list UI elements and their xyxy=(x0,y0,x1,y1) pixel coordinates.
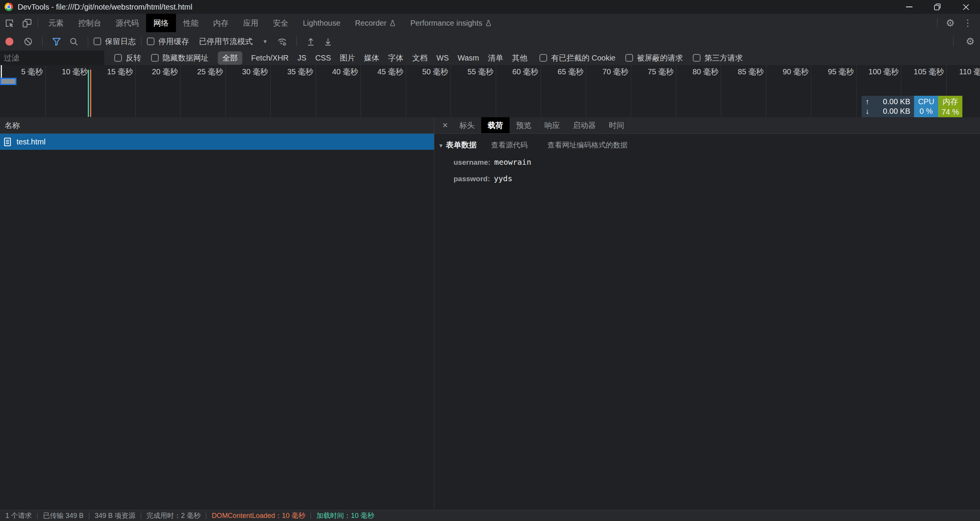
request-row[interactable]: test.html xyxy=(0,134,434,150)
window-titlebar: DevTools - file:///D:/git/note/webstrom/… xyxy=(0,0,980,14)
filter-funnel-icon[interactable] xyxy=(52,37,61,46)
divider xyxy=(953,36,954,46)
tab-network[interactable]: 网络 xyxy=(146,14,176,32)
detail-tab-preview[interactable]: 预览 xyxy=(510,117,538,133)
detail-tab-initiator[interactable]: 启动器 xyxy=(566,117,602,133)
filter-type--[interactable]: 图片 xyxy=(340,53,355,63)
form-data-section-title[interactable]: 表单数据 xyxy=(446,140,477,150)
minimize-icon xyxy=(906,7,913,7)
tab-label: 网络 xyxy=(153,18,169,28)
network-status-bar: 1 个请求已传输 349 B349 B 项资源完成用时：2 毫秒DOMConte… xyxy=(0,510,980,521)
tab-label: 源代码 xyxy=(116,18,139,28)
payload-panel: ▼ 表单数据 查看源代码 查看网址编码格式的数据 username:meowra… xyxy=(434,134,980,183)
filter-type--[interactable]: 清单 xyxy=(488,53,503,63)
tab-memory[interactable]: 内存 xyxy=(206,14,236,32)
chevron-down-icon[interactable]: ▼ xyxy=(263,39,268,44)
dcl-event-line xyxy=(90,70,91,117)
payload-value: yyds xyxy=(494,174,512,183)
filter-input[interactable] xyxy=(0,51,104,65)
received-bytes: 0.00 KB xyxy=(869,107,910,116)
settings-gear-icon[interactable]: ⚙ xyxy=(946,17,955,29)
filter-type--[interactable]: 文档 xyxy=(412,53,428,63)
restore-icon xyxy=(934,3,941,10)
filter-type-js[interactable]: JS xyxy=(298,54,306,62)
clear-network-log-icon[interactable] xyxy=(23,37,33,46)
cpu-usage-box: CPU 0 % xyxy=(914,96,938,117)
divider xyxy=(88,36,88,46)
tab-console[interactable]: 控制台 xyxy=(71,14,109,32)
network-throughput-box: ↑ 0.00 KB ↓ 0.00 KB xyxy=(862,96,914,117)
import-har-icon[interactable] xyxy=(306,37,316,46)
preserve-log-checkbox[interactable] xyxy=(94,38,101,45)
disable-cache-checkbox[interactable] xyxy=(147,38,155,45)
preserve-log-label: 保留日志 xyxy=(105,36,136,47)
device-toolbar-icon[interactable] xyxy=(22,18,32,28)
restore-button[interactable] xyxy=(923,0,952,14)
payload-key: username: xyxy=(454,158,490,167)
network-overview-timeline[interactable]: 5 毫秒10 毫秒15 毫秒20 毫秒25 毫秒30 毫秒35 毫秒40 毫秒4… xyxy=(0,65,980,118)
tab-label: Lighthouse xyxy=(303,19,340,28)
export-har-icon[interactable] xyxy=(323,37,333,46)
tab-label: 安全 xyxy=(273,18,288,28)
payload-key: password: xyxy=(454,175,490,183)
filter-type-wasm[interactable]: Wasm xyxy=(458,54,479,62)
network-settings-gear-icon[interactable]: ⚙ xyxy=(966,36,975,47)
view-source-link[interactable]: 查看源代码 xyxy=(491,140,528,150)
third-party-checkbox[interactable] xyxy=(693,54,700,62)
view-urlencoded-link[interactable]: 查看网址编码格式的数据 xyxy=(548,140,628,150)
network-filter-bar: 反转 隐藏数据网址 全部Fetch/XHRJSCSS图片媒体字体文档WSWasm… xyxy=(0,51,980,66)
request-name: test.html xyxy=(16,138,46,146)
sent-bytes: 0.00 KB xyxy=(869,97,910,106)
search-icon[interactable] xyxy=(69,37,79,46)
tab-label: 应用 xyxy=(243,18,258,28)
tab-label: Recorder xyxy=(355,19,386,28)
detail-tab-response[interactable]: 响应 xyxy=(538,117,566,133)
detail-tabbar: × 标头载荷预览响应启动器时间 xyxy=(434,117,980,134)
tab-lighthouse[interactable]: Lighthouse xyxy=(296,14,348,32)
request-waterfall-bar[interactable] xyxy=(0,78,16,85)
filter-type--[interactable]: 字体 xyxy=(388,53,403,63)
resource-usage-legend: ↑ 0.00 KB ↓ 0.00 KB CPU 0 % 内存 74 % xyxy=(862,96,962,117)
name-column-header[interactable]: 名称 xyxy=(0,117,434,134)
filter-type-fetch-xhr[interactable]: Fetch/XHR xyxy=(251,54,289,62)
detail-tab-payload[interactable]: 载荷 xyxy=(481,117,510,133)
blocked-cookies-checkbox[interactable] xyxy=(539,54,547,62)
filter-type-ws[interactable]: WS xyxy=(436,54,449,62)
divider xyxy=(42,36,43,46)
tab-sources[interactable]: 源代码 xyxy=(109,14,146,32)
download-arrow-icon: ↓ xyxy=(865,107,869,116)
tab-application[interactable]: 应用 xyxy=(236,14,266,32)
divider xyxy=(937,18,937,28)
close-window-button[interactable] xyxy=(952,0,980,14)
tab-label: 内存 xyxy=(213,18,229,28)
inspect-element-icon[interactable] xyxy=(5,18,15,28)
upload-arrow-icon: ↑ xyxy=(865,97,869,106)
filter-type--[interactable]: 其他 xyxy=(512,53,527,63)
invert-filter-label: 反转 xyxy=(126,53,141,63)
filter-type-css[interactable]: CSS xyxy=(315,54,331,62)
network-toolbar: 保留日志 停用缓存 已停用节流模式 ▼ ⚙ xyxy=(0,32,980,51)
tab-elements[interactable]: 元素 xyxy=(41,14,71,32)
throttling-select[interactable]: 已停用节流模式 xyxy=(199,36,253,47)
filter-type--[interactable]: 媒体 xyxy=(364,53,379,63)
detail-tab-timing[interactable]: 时间 xyxy=(602,117,631,133)
status-item: 加载时间：10 毫秒 xyxy=(311,511,380,520)
divider xyxy=(38,18,38,28)
tab-security[interactable]: 安全 xyxy=(266,14,296,32)
status-item: DOMContentLoaded：10 毫秒 xyxy=(206,511,311,520)
minimize-button[interactable] xyxy=(895,0,923,14)
experiment-flask-icon xyxy=(485,20,492,26)
tab-performance-insights[interactable]: Performance insights xyxy=(403,14,499,32)
blocked-requests-checkbox[interactable] xyxy=(625,54,633,62)
collapse-triangle-icon[interactable]: ▼ xyxy=(438,143,446,149)
tab-recorder[interactable]: Recorder xyxy=(348,14,403,32)
close-details-icon[interactable]: × xyxy=(437,120,453,131)
tab-performance[interactable]: 性能 xyxy=(176,14,206,32)
record-network-log-button[interactable] xyxy=(5,38,13,46)
invert-filter-checkbox[interactable] xyxy=(114,54,122,62)
filter-type--[interactable]: 全部 xyxy=(218,51,242,65)
hide-data-urls-checkbox[interactable] xyxy=(151,54,159,62)
network-conditions-icon[interactable] xyxy=(277,36,287,47)
detail-tab-headers[interactable]: 标头 xyxy=(453,117,481,133)
more-options-kebab-icon[interactable]: ⋮ xyxy=(963,18,972,28)
